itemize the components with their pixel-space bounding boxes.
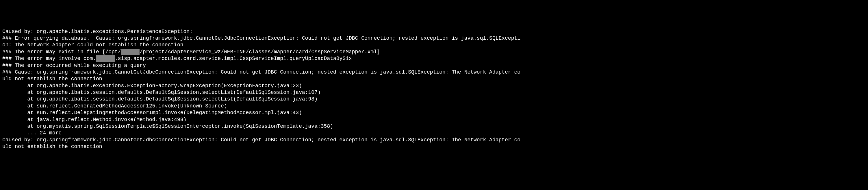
log-text: on: The Network Adapter could not establ…: [2, 42, 184, 48]
log-text: ### Cause: org.springframework.jdbc.Cann…: [2, 69, 520, 75]
log-text: at java.lang.reflect.Method.invoke(Metho…: [2, 117, 186, 123]
log-text: ### The error occurred while executing a…: [2, 62, 146, 69]
log-text: /project/AdapterService_wz/WEB-INF/class…: [140, 49, 380, 55]
log-line: at org.apache.ibatis.session.defaults.De…: [2, 89, 866, 96]
log-text: Caused by: org.apache.ibatis.exceptions.…: [2, 29, 193, 34]
log-text: at sun.reflect.GeneratedMethodAccessor12…: [2, 103, 227, 109]
log-text: ### The error may exist in file [/opt/: [2, 49, 121, 55]
log-text: uld not establish the connection: [2, 144, 102, 150]
log-line: at org.apache.ibatis.exceptions.Exceptio…: [2, 83, 866, 89]
log-line: ### The error may involve com.xxxxxx.sis…: [2, 55, 866, 62]
log-text: ... 24 more: [2, 130, 62, 136]
log-text: Caused by: org.springframework.jdbc.Cann…: [2, 137, 520, 143]
log-text: at org.mybatis.spring.SqlSessionTemplate…: [2, 124, 333, 129]
log-text: .sisp.adapter.modules.card.service.impl.…: [115, 56, 352, 61]
log-text: at org.apache.ibatis.exceptions.Exceptio…: [2, 83, 302, 89]
log-line: at org.apache.ibatis.session.defaults.De…: [2, 96, 866, 103]
log-line: at java.lang.reflect.Method.invoke(Metho…: [2, 116, 866, 123]
log-line: on: The Network Adapter could not establ…: [2, 42, 866, 48]
log-text: at org.apache.ibatis.session.defaults.De…: [2, 96, 317, 102]
log-line: ### The error occurred while executing a…: [2, 62, 866, 69]
log-line: Caused by: org.springframework.jdbc.Cann…: [2, 137, 866, 143]
terminal-log-output: Caused by: org.apache.ibatis.exceptions.…: [2, 28, 866, 150]
log-text: at org.apache.ibatis.session.defaults.De…: [2, 89, 321, 95]
log-line: ... 24 more: [2, 130, 866, 136]
log-line: uld not establish the connection: [2, 143, 866, 150]
log-line: at sun.reflect.GeneratedMethodAccessor12…: [2, 103, 866, 109]
log-line: Caused by: org.apache.ibatis.exceptions.…: [2, 28, 866, 35]
log-line: at org.mybatis.spring.SqlSessionTemplate…: [2, 123, 866, 130]
log-text: at sun.reflect.DelegatingMethodAccessorI…: [2, 110, 302, 115]
redacted-block: xxxxxx: [96, 55, 115, 62]
log-text: ### The error may involve com.: [2, 56, 96, 61]
log-line: ### Cause: org.springframework.jdbc.Cann…: [2, 69, 866, 76]
log-text: ### Error querying database. Cause: org.…: [2, 35, 520, 41]
log-line: uld not establish the connection: [2, 76, 866, 82]
log-line: at sun.reflect.DelegatingMethodAccessorI…: [2, 109, 866, 116]
log-line: ### The error may exist in file [/opt/xx…: [2, 49, 866, 55]
redacted-block: xxxxxx: [121, 49, 140, 55]
log-line: ### Error querying database. Cause: org.…: [2, 35, 866, 42]
log-text: uld not establish the connection: [2, 76, 102, 82]
